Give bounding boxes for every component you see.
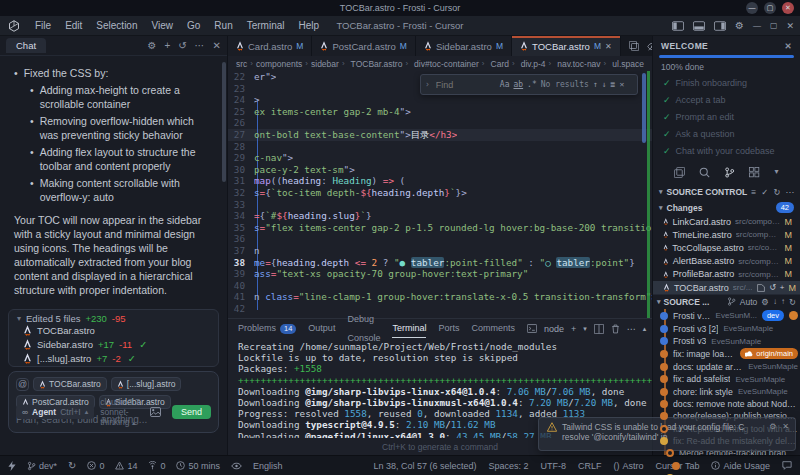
editor-tab-tocbar-astro[interactable]: TOCBar.astroM✕ bbox=[512, 36, 621, 56]
edited-file-row[interactable]: [...slug].astro+7-2✓ bbox=[9, 351, 218, 365]
source-control-icon[interactable] bbox=[724, 167, 735, 178]
match-case-toggle[interactable]: Aa bbox=[500, 80, 510, 89]
statusbar-item-utf-8[interactable]: UTF-8 bbox=[541, 461, 567, 471]
edited-file-row[interactable]: TOCBar.astro bbox=[9, 323, 218, 337]
breadcrumb-item[interactable]: nav.toc-nav bbox=[557, 59, 600, 69]
panel-maximize-icon[interactable]: ▴ bbox=[643, 325, 647, 333]
statusbar-item-spaces-2[interactable]: Spaces: 2 bbox=[489, 461, 529, 471]
editor-tab-postcard-astro[interactable]: PostCard.astroM bbox=[312, 36, 415, 56]
commit-row[interactable]: docs: update articleEveSunMaple bbox=[653, 361, 800, 373]
menubar-close-icon[interactable]: ✕ bbox=[786, 21, 794, 31]
editor-scrollbar[interactable] bbox=[642, 73, 646, 143]
breadcrumb-item[interactable]: src bbox=[236, 59, 247, 69]
discard-changes-icon[interactable]: ↺ bbox=[769, 283, 776, 292]
code-line[interactable]: 24> bbox=[228, 94, 652, 106]
close-button[interactable]: ✕ bbox=[782, 2, 794, 14]
code-line[interactable]: 26 bbox=[228, 117, 652, 129]
commit-row[interactable]: chore: link styleEveSunMaple bbox=[653, 385, 800, 397]
minimize-button[interactable]: — bbox=[746, 2, 758, 14]
scm-file-row[interactable]: TOCBar.astrosrc/...↺+M bbox=[653, 281, 800, 294]
statusbar-item[interactable] bbox=[8, 461, 16, 471]
statusbar-item-english[interactable]: English bbox=[253, 461, 283, 471]
scm-file-row[interactable]: ProfileBar.astrosrc/compone...M bbox=[653, 268, 800, 281]
panel-tab-terminal[interactable]: Terminal bbox=[392, 319, 426, 338]
breadcrumb-item[interactable]: components bbox=[256, 59, 302, 69]
graph-pull-icon[interactable]: ↓ bbox=[773, 297, 777, 307]
add-context-button[interactable]: @ bbox=[16, 378, 29, 391]
code-line[interactable]: 42 bbox=[228, 303, 652, 315]
code-line[interactable]: 40 bbox=[228, 280, 652, 292]
edited-file-row[interactable]: Sidebar.astro+17-11✓ bbox=[9, 337, 218, 351]
branch-badge-origin-main[interactable]: origin/main bbox=[740, 348, 798, 359]
scm-file-row[interactable]: TocCollapse.astrosrc/compo...M bbox=[653, 241, 800, 254]
new-terminal-icon[interactable]: + bbox=[571, 324, 576, 334]
code-line[interactable]: 36 bbox=[228, 233, 652, 245]
statusbar-item-0[interactable]: 0 bbox=[87, 461, 104, 471]
welcome-checklist-item[interactable]: ✓Prompt an edit bbox=[653, 108, 800, 125]
editor-tab-sidebar-astro[interactable]: Sidebar.astroM bbox=[416, 36, 512, 56]
split-terminal-icon[interactable] bbox=[594, 324, 604, 334]
code-line[interactable]: 35s="flex items-center gap-2 p-1.5 round… bbox=[228, 222, 652, 234]
find-previous-icon[interactable]: ↑ bbox=[593, 80, 598, 89]
statusbar-item[interactable]: ↻ bbox=[68, 460, 76, 471]
edited-file-row[interactable]: BaseLayout.astro+76-78✓ bbox=[9, 365, 218, 367]
chat-settings-icon[interactable]: ⚙ bbox=[147, 40, 156, 51]
code-line[interactable]: 37n bbox=[228, 245, 652, 257]
breadcrumb-item[interactable]: Card bbox=[491, 59, 509, 69]
code-line[interactable]: 34={`#${heading.slug}`} bbox=[228, 210, 652, 222]
code-line[interactable]: 29c-nav"> bbox=[228, 152, 652, 164]
chat-close-icon[interactable]: ✕ bbox=[213, 40, 221, 51]
scm-collapse-icon[interactable]: ▾ bbox=[659, 188, 663, 196]
chat-more-icon[interactable]: ⋯ bbox=[195, 40, 205, 51]
welcome-close-icon[interactable]: ✕ bbox=[784, 41, 792, 51]
breadcrumb-item[interactable]: div.p-4 bbox=[521, 59, 546, 69]
statusbar-item-14[interactable]: 14 bbox=[115, 461, 137, 471]
scm-viewmode-icon[interactable]: ≡ bbox=[751, 187, 756, 197]
statusbar-item-astro[interactable]: ()Astro bbox=[614, 461, 644, 471]
find-input[interactable] bbox=[434, 79, 496, 91]
panel-tab-comments[interactable]: Comments bbox=[471, 319, 515, 338]
scm-file-row[interactable]: LinkCard.astrosrc/componen...M bbox=[653, 215, 800, 228]
commit-row[interactable]: Frosti v3 [3]EveSunM...dev bbox=[653, 309, 800, 322]
chat-input-box[interactable]: @ TOCBar.astro[...slug].astroPostCard.as… bbox=[8, 371, 219, 433]
statusbar-item-0[interactable]: 0 bbox=[148, 461, 165, 471]
menubar-restore-icon[interactable]: ▢ bbox=[770, 21, 778, 30]
scm-file-row[interactable]: AlertBase.astrosrc/compone...M bbox=[653, 255, 800, 268]
attach-image-icon[interactable] bbox=[150, 407, 161, 417]
find-next-icon[interactable]: ↓ bbox=[602, 80, 607, 89]
statusbar-item[interactable] bbox=[782, 461, 792, 470]
commit-row[interactable]: fix: image load err...origin/main bbox=[653, 347, 800, 360]
commit-row[interactable]: docs: remove note about Node.js... bbox=[653, 398, 800, 410]
scm-refresh-icon[interactable]: ↻ bbox=[773, 187, 780, 197]
welcome-checklist-item[interactable]: ✓Finish onboarding bbox=[653, 74, 800, 91]
code-line[interactable]: 31map((heading: Heading) => ( bbox=[228, 175, 652, 187]
commit-row[interactable]: Frosti v3EveSunMaple bbox=[653, 335, 800, 347]
statusbar-item-crlf[interactable]: CRLF bbox=[578, 461, 602, 471]
breadcrumb-item[interactable]: sidebar bbox=[311, 59, 339, 69]
scm-graph-header[interactable]: ▾ SOURCE ... Auto ⚙ ↓ ↑ ↻ bbox=[653, 294, 800, 309]
code-line[interactable]: 28 bbox=[228, 141, 652, 153]
code-line[interactable]: 33 bbox=[228, 199, 652, 211]
context-chip[interactable]: TOCBar.astro bbox=[33, 377, 107, 391]
open-changes-icon[interactable] bbox=[629, 41, 639, 51]
menu-edit[interactable]: Edit bbox=[58, 18, 89, 34]
menu-run[interactable]: Run bbox=[207, 18, 239, 34]
menu-terminal[interactable]: Terminal bbox=[240, 18, 292, 34]
panel-more-icon[interactable]: ⋯ bbox=[627, 324, 636, 334]
commit-row[interactable]: fix: add safelistEveSunMaple bbox=[653, 373, 800, 385]
open-file-icon[interactable] bbox=[757, 284, 765, 292]
menu-view[interactable]: View bbox=[145, 18, 181, 34]
scm-more-icon[interactable]: ⋯ bbox=[786, 187, 795, 197]
model-selector[interactable]: claude-3.7-sonnet-thinking ▴ bbox=[100, 397, 144, 427]
notification-toast[interactable]: Tailwind CSS is unable to load your conf… bbox=[538, 417, 796, 451]
extensions-icon[interactable] bbox=[749, 167, 760, 178]
context-chip[interactable]: [...slug].astro bbox=[111, 377, 182, 391]
toast-settings-icon[interactable]: ⚙ bbox=[769, 422, 776, 431]
find-in-selection-icon[interactable]: ≣ bbox=[611, 80, 616, 89]
statusbar-item-dev-[interactable]: dev* bbox=[27, 461, 57, 471]
graph-auto-label[interactable]: Auto bbox=[740, 297, 758, 307]
welcome-checklist-item[interactable]: ✓Ask a question bbox=[653, 125, 800, 142]
editor-tab-card-astro[interactable]: Card.astroM bbox=[228, 36, 312, 56]
panel-tab-ports[interactable]: Ports bbox=[438, 319, 459, 338]
welcome-checklist-item[interactable]: ✓Chat with your codebase bbox=[653, 142, 800, 159]
